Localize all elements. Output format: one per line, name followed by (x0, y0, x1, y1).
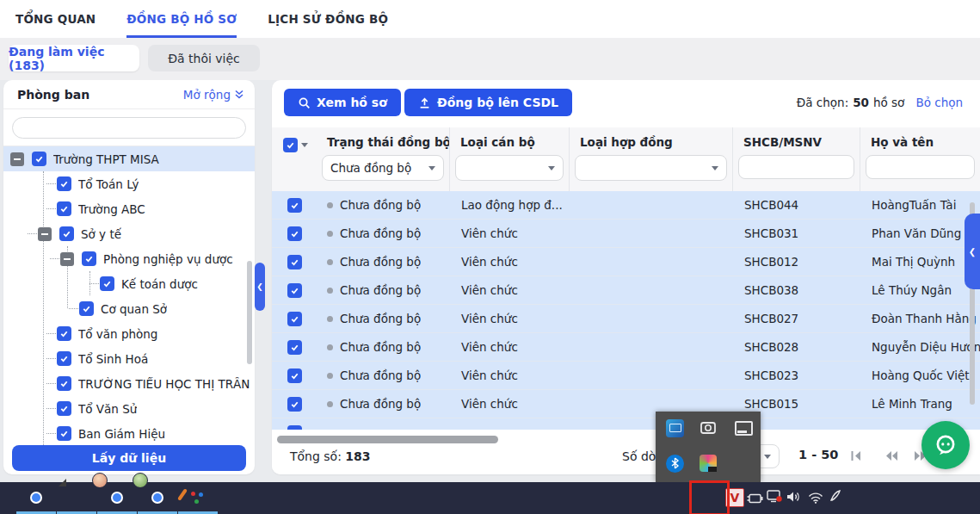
previous-page-button[interactable] (884, 449, 899, 465)
horizontal-scrollbar[interactable] (277, 436, 498, 443)
sidebar-collapse-handle[interactable]: ❮ (255, 263, 265, 311)
select-all-dropdown-icon[interactable] (301, 143, 308, 147)
type-filter-select[interactable] (455, 155, 564, 181)
tree-item[interactable]: Ban Giám Hiệu (3, 421, 255, 446)
cell-name: HoàngTuấn Tài (860, 198, 980, 212)
row-checkbox[interactable] (287, 226, 302, 241)
collapse-node-icon[interactable] (38, 227, 52, 241)
tree-checkbox[interactable] (57, 326, 71, 341)
tree-checkbox[interactable] (57, 426, 71, 441)
tree-checkbox[interactable] (82, 251, 96, 266)
ultraviewer-icon[interactable]: V (725, 488, 744, 507)
first-page-button[interactable] (850, 449, 863, 465)
table-row[interactable]: Chưa đồng bộViên chứcSHCB038Lê Thúy Ngân (272, 276, 980, 305)
row-checkbox[interactable] (287, 397, 302, 412)
battery-icon[interactable] (747, 491, 763, 507)
tree-item[interactable]: Trường THPT MISA (3, 146, 255, 171)
row-checkbox[interactable] (287, 283, 302, 298)
tab-lich-su-dong-bo[interactable]: LỊCH SỬ ĐỒNG BỘ (268, 0, 388, 38)
department-search-input[interactable] (12, 117, 246, 139)
right-panel-expand-handle[interactable]: ❮ (965, 214, 980, 289)
status-filter-select[interactable]: Chưa đồng bộ (322, 155, 444, 181)
expand-all-link[interactable]: Mở rộng (183, 88, 244, 102)
row-checkbox[interactable] (287, 368, 302, 383)
tree-checkbox[interactable] (59, 226, 74, 241)
table-row[interactable]: Chưa đồng bộViên chứcSHCB023Hoàng Quốc V… (272, 362, 980, 390)
collapse-node-icon[interactable] (60, 252, 74, 266)
tree-item[interactable]: Kế toán dược (3, 271, 255, 296)
collapse-node-icon[interactable] (10, 152, 24, 166)
col-header-type[interactable]: Loại cán bộ (450, 127, 570, 155)
sync-to-csdl-button[interactable]: Đồng bộ lên CSDL (404, 89, 572, 116)
top-tab-bar: TỔNG QUAN ĐỒNG BỘ HỒ SƠ LỊCH SỬ ĐỒNG BỘ (0, 0, 980, 38)
cell-status: Chưa đồng bộ (317, 283, 450, 297)
col-header-id[interactable]: SHCB/MSNV (733, 127, 860, 155)
sidebar-scrollbar[interactable] (247, 261, 252, 364)
display-sync-icon[interactable] (767, 490, 782, 506)
volume-icon[interactable] (786, 490, 801, 506)
chrome-profile-2-icon[interactable] (146, 486, 169, 509)
row-checkbox[interactable] (287, 255, 302, 269)
get-data-button[interactable]: Lấy dữ liệu (12, 445, 246, 471)
row-checkbox[interactable] (287, 340, 302, 355)
row-checkbox[interactable] (287, 425, 302, 430)
chrome-profile-1-icon[interactable] (106, 486, 128, 509)
table-row[interactable] (272, 418, 980, 430)
col-header-name[interactable]: Họ và tên (860, 127, 980, 155)
bluetooth-icon[interactable] (665, 454, 684, 473)
tree-checkbox[interactable] (57, 351, 71, 366)
support-chat-button[interactable] (921, 421, 970, 469)
tree-item[interactable]: Phòng nghiệp vụ dược (3, 246, 255, 271)
tab-tong-quan[interactable]: TỔNG QUAN (15, 0, 96, 38)
table-row[interactable]: Chưa đồng bộViên chứcSHCB012Mai Thị Quỳn… (272, 248, 980, 276)
row-checkbox-cell (272, 255, 317, 269)
name-filter-input[interactable] (866, 155, 975, 179)
id-filter-input[interactable] (738, 155, 854, 179)
office-icon[interactable] (699, 454, 718, 473)
table-row[interactable]: Chưa đồng bộViên chứcSHCB031Phan Văn Dũn… (272, 220, 980, 248)
tree-checkbox[interactable] (57, 201, 71, 216)
table-row[interactable]: Chưa đồng bộLao động hợp đ...SHCB044Hoàn… (272, 191, 980, 220)
tree-checkbox[interactable] (100, 276, 114, 291)
subtab-da-thoi-viec[interactable]: Đã thôi việc (148, 45, 260, 71)
clear-selection-link[interactable]: Bỏ chọn (915, 96, 963, 109)
tree-checkbox[interactable] (57, 376, 71, 391)
tree-checkbox[interactable] (32, 152, 46, 166)
tree-item[interactable]: Tổ Toán Lý (3, 171, 255, 196)
col-header-status[interactable]: Trạng thái đồng bộ (317, 127, 450, 155)
sticky-notes-icon[interactable] (66, 486, 89, 509)
remote-desktop-icon[interactable] (665, 418, 684, 437)
tree-item[interactable]: Cơ quan Sở (3, 296, 255, 321)
subtab-dang-lam-viec[interactable]: Đang làm việc (183) (9, 45, 139, 71)
tree-item[interactable]: TRƯỜNG TIỂU HỌC THỊ TRẤN (3, 371, 255, 396)
pen-icon[interactable] (829, 489, 842, 506)
tree-guide-stub (46, 208, 56, 209)
row-checkbox[interactable] (287, 198, 302, 213)
wifi-icon[interactable] (808, 491, 823, 507)
chrome-icon[interactable] (25, 486, 47, 509)
tree-checkbox[interactable] (57, 176, 71, 191)
select-all-checkbox[interactable] (283, 138, 298, 152)
cell-id: SHCB038 (733, 283, 860, 297)
cell-name: Đoàn Thanh Hằng (860, 312, 980, 325)
row-checkbox[interactable] (287, 312, 302, 326)
display-icon[interactable] (734, 418, 753, 437)
tree-checkbox[interactable] (79, 301, 94, 316)
tab-dong-bo-ho-so[interactable]: ĐỒNG BỘ HỒ SƠ (126, 0, 237, 38)
col-header-contract[interactable]: Loại hợp đồng (570, 127, 733, 155)
tree-item[interactable]: Trường ABC (3, 196, 255, 221)
paint-icon[interactable] (187, 486, 209, 509)
tree-item[interactable]: Tổ Sinh Hoá (3, 346, 255, 371)
table-row[interactable]: Chưa đồng bộViên chứcSHCB028Nguyễn Diệu … (272, 333, 980, 362)
contract-filter-select[interactable] (575, 155, 727, 181)
table-row[interactable]: Chưa đồng bộViên chứcSHCB027Đoàn Thanh H… (272, 305, 980, 333)
tree-checkbox[interactable] (57, 401, 71, 416)
tree-item[interactable]: Tổ Văn Sử (3, 396, 255, 421)
tree-item[interactable]: Sở y tế (3, 221, 255, 246)
table-row[interactable]: Chưa đồng bộViên chứcSHCB015Lê Minh Tran… (272, 390, 980, 418)
cell-type: Viên chức (450, 283, 570, 297)
screen-cast-icon[interactable] (699, 418, 718, 437)
tree-item[interactable]: Tổ văn phòng (3, 321, 255, 346)
cell-id: SHCB023 (733, 368, 860, 382)
view-profile-button[interactable]: Xem hồ sơ (284, 89, 401, 116)
